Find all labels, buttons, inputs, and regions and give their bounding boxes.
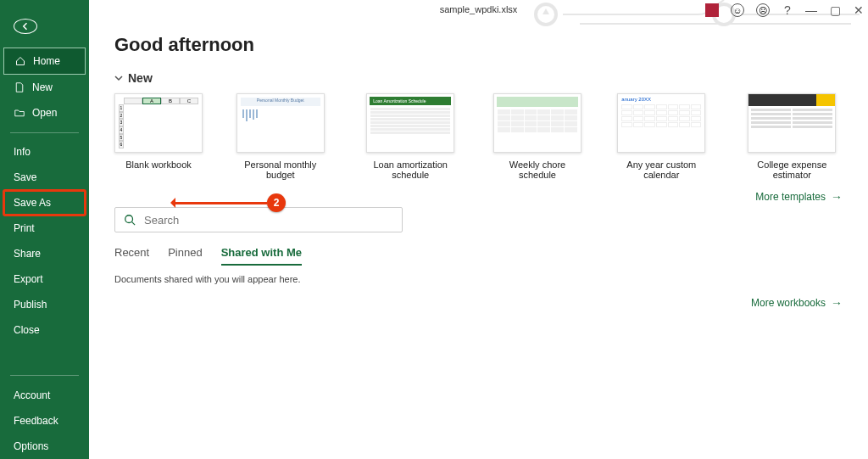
template-thumb-chore	[493, 93, 581, 153]
more-workbooks-link[interactable]: More workbooks →	[114, 296, 843, 310]
template-personal-monthly-budget[interactable]: Personal Monthly Budget Personal monthly…	[233, 93, 328, 180]
template-thumb-calendar: anuary 20XX	[617, 93, 705, 153]
nav-print[interactable]: Print	[3, 216, 86, 241]
search-box[interactable]	[114, 207, 403, 232]
window-close[interactable]: ✕	[853, 4, 865, 16]
sidebar-divider-1	[10, 132, 79, 133]
nav-feedback-label: Feedback	[14, 415, 58, 427]
nav-options[interactable]: Options	[3, 434, 86, 459]
template-label: College expense estimator	[742, 160, 843, 180]
nav-print-label: Print	[14, 222, 35, 234]
nav-info[interactable]: Info	[3, 139, 86, 165]
arrow-right-icon: →	[831, 190, 843, 204]
window-controls: ☺ ☹ ? — ▢ ✕	[705, 3, 865, 17]
template-thumb-budget: Personal Monthly Budget	[236, 93, 325, 153]
template-label: Personal monthly budget	[233, 160, 328, 180]
nav-close-label: Close	[14, 324, 40, 336]
nav-account[interactable]: Account	[3, 383, 86, 408]
more-workbooks-label: More workbooks	[751, 297, 826, 309]
open-icon	[14, 107, 25, 119]
template-label: Weekly chore schedule	[493, 160, 581, 180]
home-icon	[14, 55, 26, 67]
nav-account-label: Account	[14, 389, 50, 401]
new-icon	[14, 81, 25, 93]
template-label: Loan amortization schedule	[359, 160, 463, 180]
nav-share-label: Share	[14, 248, 41, 260]
nav-new[interactable]: New	[3, 75, 86, 100]
nav-home-label: Home	[33, 55, 60, 67]
template-thumb-loan: Loan Amortization Schedule	[366, 93, 454, 153]
nav-publish-label: Publish	[14, 299, 47, 311]
feedback-frown-icon[interactable]: ☹	[756, 3, 770, 17]
greeting-heading: Good afternoon	[114, 34, 843, 56]
account-avatar[interactable]	[705, 3, 719, 17]
titlebar: sample_wpdki.xlsx ☺ ☹ ? — ▢ ✕	[89, 0, 868, 19]
window-minimize[interactable]: —	[805, 4, 817, 16]
template-loan-amortization[interactable]: Loan Amortization Schedule Loan amortiza…	[359, 93, 463, 180]
recent-tabs: Recent Pinned Shared with Me	[114, 246, 843, 266]
help-button[interactable]: ?	[782, 4, 793, 16]
nav-info-label: Info	[14, 146, 31, 158]
window-restore[interactable]: ▢	[829, 4, 841, 16]
new-section-label: New	[128, 71, 153, 85]
template-gallery: ABC 123456 Blank workbook Personal Month…	[114, 93, 843, 180]
template-thumb-college	[748, 93, 836, 153]
nav-feedback[interactable]: Feedback	[3, 408, 86, 434]
new-section-header[interactable]: New	[114, 71, 843, 85]
nav-save-as[interactable]: Save As	[3, 190, 86, 216]
nav-save-label: Save	[14, 171, 36, 183]
arrow-right-icon: →	[831, 296, 843, 310]
nav-publish[interactable]: Publish	[3, 292, 86, 317]
document-filename: sample_wpdki.xlsx	[440, 4, 518, 14]
nav-new-label: New	[32, 81, 53, 93]
back-arrow-icon	[20, 21, 31, 31]
nav-save[interactable]: Save	[3, 165, 86, 190]
search-icon	[124, 214, 136, 226]
template-any-year-calendar[interactable]: anuary 20XX Any year custom calendar	[612, 93, 711, 180]
more-templates-label: More templates	[755, 191, 826, 203]
back-button[interactable]	[14, 19, 37, 34]
backstage-main: sample_wpdki.xlsx ☺ ☹ ? — ▢ ✕ Good after…	[89, 0, 868, 459]
more-templates-link[interactable]: More templates →	[114, 190, 843, 204]
svg-line-3	[132, 222, 136, 226]
tab-shared-with-me[interactable]: Shared with Me	[221, 246, 302, 266]
feedback-smile-icon[interactable]: ☺	[731, 3, 744, 17]
chevron-down-icon	[114, 74, 123, 82]
template-blank-workbook[interactable]: ABC 123456 Blank workbook	[114, 93, 203, 180]
search-input[interactable]	[144, 214, 393, 227]
tab-recent[interactable]: Recent	[114, 246, 149, 266]
nav-close[interactable]: Close	[3, 317, 86, 343]
backstage-sidebar: Home New Open Info Save Save As Print Sh…	[0, 0, 89, 459]
nav-home[interactable]: Home	[3, 48, 86, 75]
template-label: Blank workbook	[125, 160, 192, 170]
sidebar-divider-2	[10, 375, 79, 376]
nav-share[interactable]: Share	[3, 241, 86, 266]
shared-empty-message: Documents shared with you will appear he…	[114, 274, 843, 284]
svg-point-2	[125, 216, 133, 223]
nav-options-label: Options	[14, 440, 48, 452]
nav-export-label: Export	[14, 273, 43, 285]
template-weekly-chore[interactable]: Weekly chore schedule	[493, 93, 581, 180]
template-college-expense[interactable]: College expense estimator	[742, 93, 843, 180]
nav-open-label: Open	[32, 107, 57, 119]
nav-export[interactable]: Export	[3, 266, 86, 292]
nav-save-as-label: Save As	[14, 197, 51, 209]
nav-open[interactable]: Open	[3, 100, 86, 126]
template-thumb-blank: ABC 123456	[114, 93, 203, 153]
template-label: Any year custom calendar	[612, 160, 711, 180]
tab-pinned[interactable]: Pinned	[168, 246, 202, 266]
